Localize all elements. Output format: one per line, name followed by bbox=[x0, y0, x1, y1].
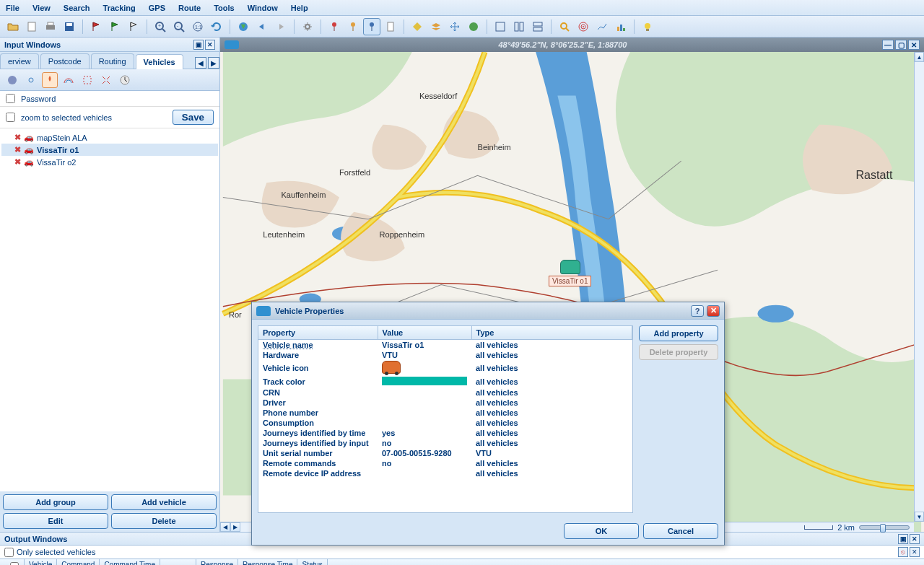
col-response[interactable]: Response bbox=[196, 559, 238, 565]
redo-icon[interactable] bbox=[272, 18, 289, 35]
detach-icon[interactable]: ▣ bbox=[898, 534, 908, 544]
cancel-button[interactable]: Cancel bbox=[643, 523, 718, 539]
globe2-icon[interactable] bbox=[465, 18, 482, 35]
menu-gps[interactable]: GPS bbox=[149, 4, 165, 12]
tree-item-vissatir-o1[interactable]: ✖ 🚗 VissaTir o1 bbox=[1, 144, 218, 156]
close-panel-icon[interactable]: ✕ bbox=[205, 40, 215, 50]
globe-tool-icon[interactable] bbox=[4, 72, 20, 88]
open-icon[interactable] bbox=[4, 18, 22, 35]
menu-tools[interactable]: Tools bbox=[214, 4, 235, 12]
property-row[interactable]: Vehicle nameVissaTir o1all vehicles bbox=[258, 340, 632, 351]
split-h-icon[interactable] bbox=[529, 18, 546, 35]
save-button[interactable]: Save bbox=[173, 110, 214, 125]
flag-red-icon[interactable] bbox=[87, 18, 105, 35]
tab-overview[interactable]: erview bbox=[0, 53, 39, 69]
menu-search[interactable]: Search bbox=[64, 4, 90, 12]
zoom-slider[interactable] bbox=[859, 525, 910, 530]
property-row[interactable]: Remote commandsnoall vehicles bbox=[258, 458, 632, 468]
add-vehicle-button[interactable]: Add vehicle bbox=[111, 494, 217, 510]
detach-icon[interactable]: ▣ bbox=[193, 40, 204, 50]
chart-icon[interactable] bbox=[593, 18, 611, 35]
property-row[interactable]: Unit serial number07-005-00515-9280VTU bbox=[258, 448, 632, 458]
zoom-world-icon[interactable]: 1:1 bbox=[189, 18, 206, 35]
close-icon[interactable]: ✕ bbox=[908, 40, 920, 50]
ok-button[interactable]: OK bbox=[564, 523, 639, 539]
flag-green-icon[interactable] bbox=[106, 18, 123, 35]
property-row[interactable]: Vehicle iconall vehicles bbox=[258, 360, 632, 376]
property-row[interactable]: CRNall vehicles bbox=[258, 387, 632, 398]
close-icon[interactable]: ✕ bbox=[707, 305, 720, 317]
sel-tool-icon[interactable] bbox=[79, 72, 95, 88]
delete-button[interactable]: Delete bbox=[111, 513, 217, 529]
tab-routing[interactable]: Routing bbox=[91, 53, 134, 69]
scroll-right-icon[interactable]: ▶ bbox=[230, 522, 240, 532]
tree-item-vissatir-o2[interactable]: ✖ 🚗 VissaTir o2 bbox=[1, 156, 218, 168]
menu-tracking[interactable]: Tracking bbox=[103, 4, 136, 12]
map-scrollbar-v[interactable]: ▲ ▼ bbox=[914, 52, 924, 522]
property-row[interactable]: Journeys identified by timeyesall vehicl… bbox=[258, 428, 632, 438]
split-v-icon[interactable] bbox=[510, 18, 528, 35]
property-row[interactable]: Journeys identified by inputnoall vehicl… bbox=[258, 438, 632, 448]
dialog-titlebar[interactable]: Vehicle Properties ? ✕ bbox=[252, 302, 724, 320]
tabs-next-icon[interactable]: ▶ bbox=[208, 57, 219, 69]
tab-postcode[interactable]: Postcode bbox=[40, 53, 90, 69]
select-all-checkbox[interactable] bbox=[10, 562, 19, 565]
bar-chart-icon[interactable] bbox=[612, 18, 629, 35]
close-panel-icon[interactable]: ✕ bbox=[910, 534, 920, 544]
doc-icon[interactable] bbox=[382, 18, 399, 35]
scroll-down-icon[interactable]: ▼ bbox=[915, 512, 924, 522]
search-icon[interactable] bbox=[556, 18, 573, 35]
globe-icon[interactable] bbox=[235, 18, 252, 35]
help-icon[interactable]: ? bbox=[691, 305, 704, 317]
menu-file[interactable]: File bbox=[6, 4, 19, 12]
bulb-icon[interactable] bbox=[639, 18, 656, 35]
col-value[interactable]: Value bbox=[378, 326, 471, 340]
pin-orange-icon[interactable] bbox=[344, 18, 362, 35]
col-command[interactable]: Command bbox=[57, 559, 100, 565]
menu-help[interactable]: Help bbox=[291, 4, 308, 12]
col-vehicle[interactable]: Vehicle bbox=[25, 559, 57, 565]
minimize-icon[interactable]: — bbox=[882, 40, 894, 50]
target-icon[interactable] bbox=[575, 18, 592, 35]
fire-tool-icon[interactable] bbox=[42, 72, 58, 88]
menu-view[interactable]: View bbox=[32, 4, 51, 12]
property-row[interactable]: HardwareVTUall vehicles bbox=[258, 350, 632, 360]
menu-window[interactable]: Window bbox=[248, 4, 278, 12]
col-property[interactable]: Property bbox=[258, 326, 378, 340]
zoom-checkbox[interactable] bbox=[6, 113, 15, 122]
property-row[interactable]: Phone numberall vehicles bbox=[258, 408, 632, 418]
maximize-icon[interactable]: ▢ bbox=[895, 40, 907, 50]
only-selected-checkbox[interactable] bbox=[4, 548, 14, 557]
remove-icon[interactable]: ✖ bbox=[14, 157, 21, 167]
expand-tool-icon[interactable] bbox=[98, 72, 114, 88]
save-icon[interactable] bbox=[61, 18, 78, 35]
move-icon[interactable] bbox=[446, 18, 463, 35]
edit-button[interactable]: Edit bbox=[3, 513, 108, 529]
diamond-icon[interactable] bbox=[409, 18, 426, 35]
rainbow-tool-icon[interactable] bbox=[61, 72, 77, 88]
vehicle-marker[interactable]: VissaTir o1 bbox=[549, 260, 591, 286]
remove-row-icon[interactable]: ✕ bbox=[910, 547, 920, 557]
scroll-up-icon[interactable]: ▲ bbox=[915, 52, 924, 62]
add-group-button[interactable]: Add group bbox=[3, 494, 108, 510]
tree-item-mapstein[interactable]: ✖ 🚗 mapStein ALA bbox=[1, 131, 218, 144]
link-tool-icon[interactable] bbox=[23, 72, 39, 88]
zoom-out-icon[interactable]: - bbox=[170, 18, 188, 35]
clear-icon[interactable]: ⦸ bbox=[898, 547, 908, 557]
password-checkbox[interactable] bbox=[6, 94, 15, 103]
layers-icon[interactable] bbox=[427, 18, 445, 35]
print-icon[interactable] bbox=[42, 18, 59, 35]
col-response-time[interactable]: Response Time bbox=[238, 559, 297, 565]
col-status[interactable]: Status bbox=[297, 559, 327, 565]
property-row[interactable]: Remote device IP addressall vehicles bbox=[258, 468, 632, 478]
pin-red-icon[interactable] bbox=[326, 18, 343, 35]
flag-checkered-icon[interactable] bbox=[125, 18, 142, 35]
undo-icon[interactable] bbox=[253, 18, 271, 35]
remove-icon[interactable]: ✖ bbox=[14, 133, 21, 142]
gear-icon[interactable] bbox=[299, 18, 316, 35]
pin-blue-icon[interactable] bbox=[363, 18, 380, 35]
col-command-time[interactable]: Command Time bbox=[100, 559, 160, 565]
remove-icon[interactable]: ✖ bbox=[14, 145, 21, 154]
clock-tool-icon[interactable] bbox=[117, 72, 133, 88]
fullscreen-icon[interactable] bbox=[492, 18, 509, 35]
